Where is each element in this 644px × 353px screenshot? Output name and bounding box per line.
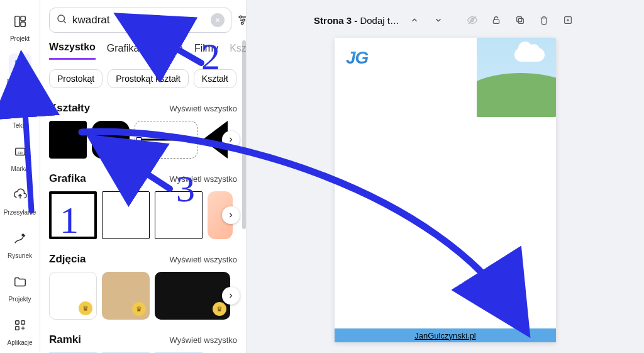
search-box[interactable]	[49, 8, 231, 33]
page-prev-button[interactable]	[406, 11, 423, 29]
svg-text:co: co	[18, 150, 23, 155]
rail-item-tekst[interactable]: Tekst	[3, 93, 38, 133]
folder-icon	[9, 271, 31, 293]
landscape-image[interactable]	[477, 38, 556, 117]
logo-text[interactable]: JG	[346, 48, 368, 68]
rail-label: Tekst	[13, 122, 27, 129]
page-number: Strona 3 -	[314, 15, 360, 26]
rail-item-projekty[interactable]: Projekty	[3, 267, 38, 306]
tab-grafika[interactable]: Grafika	[107, 43, 140, 59]
see-all-link[interactable]: Wyświetl wszystko	[169, 335, 237, 345]
rail-label: Marka	[11, 165, 29, 172]
shape-square[interactable]	[49, 121, 87, 159]
row-scroll-right[interactable]	[222, 287, 240, 305]
rail-item-elementy[interactable]: Elementy	[3, 50, 38, 89]
svg-rect-2	[20, 22, 25, 26]
visibility-icon[interactable]	[464, 11, 481, 29]
rail-label: Rysunek	[8, 252, 32, 259]
page-title[interactable]: Strona 3 - Dodaj t…	[314, 15, 399, 26]
svg-point-12	[240, 16, 242, 18]
shape-rounded-square[interactable]	[92, 121, 130, 159]
svg-rect-5	[20, 66, 25, 70]
svg-rect-10	[15, 327, 19, 330]
section-zdjecia: Zdjęcia Wyświetl wszystko ♛ ♛ ♛	[49, 253, 237, 320]
rail-label: Projekty	[8, 296, 31, 303]
rail-item-marka[interactable]: co Marka	[3, 137, 38, 176]
rail-label: Projekt	[10, 35, 30, 42]
upload-icon	[9, 184, 31, 206]
tab-ksztalty[interactable]: Kształty	[230, 43, 247, 59]
draw-icon	[9, 227, 31, 250]
chip-prostokat-ksztalt[interactable]: Prostokąt kształt	[108, 69, 189, 88]
lock-icon[interactable]	[487, 11, 505, 29]
row-scroll-right[interactable]	[222, 206, 240, 224]
svg-point-13	[243, 19, 245, 21]
apps-icon	[9, 314, 31, 337]
clear-search-button[interactable]	[211, 13, 225, 27]
hill-shape	[477, 73, 556, 117]
page-next-button[interactable]	[430, 11, 447, 29]
rail-label: Elementy	[7, 79, 33, 86]
rail-item-przesylanie[interactable]: Przesyłanie	[3, 180, 38, 220]
shapes-icon	[9, 53, 31, 76]
tab-zdjecia[interactable]: Zdjęcia	[150, 43, 183, 59]
see-all-link[interactable]: Wyświetl wszystko	[169, 255, 237, 264]
svg-rect-17	[518, 18, 523, 23]
tab-filmy[interactable]: Filmy	[194, 43, 218, 59]
svg-rect-4	[20, 60, 25, 64]
graphic-thin-square[interactable]	[102, 191, 150, 239]
premium-badge-icon: ♛	[213, 302, 226, 316]
svg-rect-16	[493, 20, 499, 23]
canvas-area: Strona 3 - Dodaj t… JG JanGulczynski.pl	[247, 0, 644, 353]
premium-badge-icon: ♛	[132, 302, 146, 316]
svg-point-11	[58, 15, 65, 22]
row-scroll-right[interactable]	[222, 131, 240, 148]
scrollbar[interactable]	[242, 40, 246, 229]
duplicate-icon[interactable]	[511, 11, 529, 29]
text-icon	[9, 97, 31, 120]
category-tabs: Wszystko Grafika Zdjęcia Filmy Kształty	[49, 42, 237, 60]
see-all-link[interactable]: Wyświetl wszystko	[169, 104, 237, 113]
graphic-thin-square-2[interactable]	[155, 191, 203, 239]
rail-item-projekt[interactable]: Projekt	[3, 6, 38, 46]
search-input[interactable]	[72, 14, 206, 26]
svg-rect-1	[20, 16, 25, 21]
rail-item-aplikacje[interactable]: Aplikacje	[3, 310, 38, 350]
svg-point-14	[242, 22, 243, 24]
section-title: Zdjęcia	[49, 253, 86, 266]
svg-rect-18	[517, 17, 522, 22]
brand-icon: co	[9, 140, 31, 163]
svg-rect-9	[21, 321, 25, 325]
page-toolbar: Strona 3 - Dodaj t…	[303, 4, 588, 36]
section-ramki: Ramki Wyświetl wszystko	[49, 333, 237, 353]
see-all-link[interactable]: Wyświetl wszystko	[169, 174, 237, 184]
svg-rect-8	[15, 321, 19, 325]
rail-label: Przesyłanie	[4, 209, 36, 216]
rail-label: Aplikacje	[7, 339, 32, 346]
page-subtitle: Dodaj t…	[360, 15, 399, 26]
premium-badge-icon: ♛	[79, 301, 92, 315]
rail-item-rysunek[interactable]: Rysunek	[3, 223, 38, 263]
section-title: Grafika	[49, 172, 86, 185]
elements-panel: Wszystko Grafika Zdjęcia Filmy Kształty …	[40, 0, 247, 353]
add-page-icon[interactable]	[559, 11, 577, 29]
section-title: Kształty	[49, 102, 90, 115]
graphic-outline-square[interactable]	[49, 191, 97, 239]
photo-thumb-1[interactable]: ♛	[49, 272, 97, 320]
section-ksztalty: Kształty Wyświetl wszystko	[49, 102, 237, 159]
chip-ksztalt[interactable]: Kształt	[194, 69, 236, 88]
tab-wszystko[interactable]: Wszystko	[49, 42, 96, 60]
cloud-icon	[514, 48, 545, 62]
search-icon	[56, 13, 67, 27]
photo-thumb-2[interactable]: ♛	[102, 272, 150, 320]
photo-thumb-3[interactable]: ♛	[155, 272, 230, 320]
chip-prostokat[interactable]: Prostokąt	[49, 69, 103, 88]
canvas-page[interactable]: JG JanGulczynski.pl	[335, 38, 556, 342]
footer-link[interactable]: JanGulczynski.pl	[335, 328, 556, 342]
left-rail: Projekt Elementy Tekst co Marka Przesyła…	[0, 0, 40, 353]
shape-line[interactable]	[135, 121, 197, 159]
delete-icon[interactable]	[535, 11, 553, 29]
svg-rect-0	[14, 16, 19, 27]
filter-button[interactable]	[236, 11, 247, 29]
section-grafika: Grafika Wyświetl wszystko	[49, 172, 237, 239]
